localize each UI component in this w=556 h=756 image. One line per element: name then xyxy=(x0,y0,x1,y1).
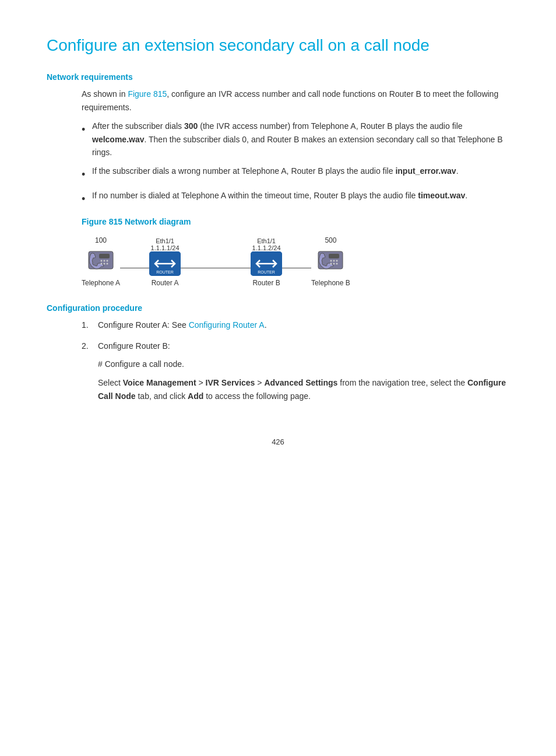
line-router-b-to-phone-b xyxy=(282,268,311,287)
telephone-a-top-label: 100 xyxy=(95,236,107,244)
bullet-dot-3: • xyxy=(82,191,92,208)
step-2: 2. Configure Router B: # Configure a cal… xyxy=(82,340,509,402)
telephone-a-label: Telephone A xyxy=(82,279,120,287)
svg-text:ROUTER: ROUTER xyxy=(156,270,174,274)
svg-point-5 xyxy=(101,262,103,264)
svg-rect-1 xyxy=(99,254,110,258)
telephone-b-node: 500 Telephone B xyxy=(311,233,350,287)
network-requirements-heading: Network requirements xyxy=(47,72,509,82)
svg-point-4 xyxy=(107,260,108,261)
svg-point-19 xyxy=(336,262,338,264)
page-number: 426 xyxy=(47,438,509,446)
telephone-b-top-label: 500 xyxy=(325,236,336,244)
router-b-icon: ROUTER xyxy=(251,251,282,276)
network-requirements-section: Network requirements As shown in Figure … xyxy=(47,72,509,287)
router-a-eth-top: Eth1/1 xyxy=(156,237,174,244)
router-b-eth-bottom: 1.1.1.2/24 xyxy=(252,244,281,251)
telephone-a-node: 100 Telephone A xyxy=(82,233,120,287)
telephone-b-icon xyxy=(316,247,345,276)
bullet-item-2: • If the subscriber dials a wrong number… xyxy=(82,164,509,183)
router-b-node: Eth1/1 1.1.1.2/24 ROUTER Router B xyxy=(251,237,282,287)
configuration-procedure-section: Configuration procedure 1. Configure Rou… xyxy=(47,303,509,402)
router-a-eth-bottom: 1.1.1.1/24 xyxy=(151,244,180,251)
router-b-label: Router B xyxy=(252,279,280,287)
svg-text:ROUTER: ROUTER xyxy=(258,270,275,274)
telephone-b-label: Telephone B xyxy=(311,279,350,287)
figure-link[interactable]: Figure 815 xyxy=(128,89,167,99)
step-1: 1. Configure Router A: See Configuring R… xyxy=(82,318,509,331)
router-b-eth-top: Eth1/1 xyxy=(257,237,276,244)
steps-list: 1. Configure Router A: See Configuring R… xyxy=(82,318,509,402)
svg-point-16 xyxy=(336,260,338,261)
line-router-a-to-router-b xyxy=(181,268,251,287)
step-2-main: Configure Router B: xyxy=(98,340,509,352)
page-title: Configure an extension secondary call on… xyxy=(47,35,509,56)
step-1-content: Configure Router A: See Configuring Rout… xyxy=(98,318,509,331)
router-a-icon: ROUTER xyxy=(149,251,181,276)
line-phone-a-to-router-a xyxy=(120,268,149,287)
configuring-router-a-link[interactable]: Configuring Router A xyxy=(189,320,265,330)
router-a-label: Router A xyxy=(152,279,179,287)
step-2-sub-2: Select Voice Management > IVR Services >… xyxy=(98,376,509,402)
bullet-text-3: If no number is dialed at Telephone A wi… xyxy=(92,189,509,202)
svg-point-17 xyxy=(330,262,332,264)
bullet-dot-2: • xyxy=(82,166,92,183)
router-a-node: Eth1/1 1.1.1.1/24 ROUTER Router A xyxy=(149,237,181,287)
svg-rect-13 xyxy=(329,254,339,258)
figure-caption: Figure 815 Network diagram xyxy=(82,217,509,226)
svg-point-6 xyxy=(104,262,105,264)
network-requirements-intro: As shown in Figure 815, configure an IVR… xyxy=(82,88,509,114)
bullet-item-1: • After the subscriber dials 300 (the IV… xyxy=(82,120,509,159)
bullet-dot-1: • xyxy=(82,121,92,138)
configuration-procedure-heading: Configuration procedure xyxy=(47,303,509,313)
step-2-number: 2. xyxy=(82,340,98,402)
bullet-item-3: • If no number is dialed at Telephone A … xyxy=(82,189,509,208)
svg-point-3 xyxy=(104,260,105,261)
telephone-a-icon xyxy=(86,247,115,276)
network-diagram: 100 Telephone A Eth1/1 xyxy=(82,233,509,287)
svg-point-7 xyxy=(107,262,108,264)
svg-point-15 xyxy=(333,260,335,261)
bullet-text-2: If the subscriber dials a wrong number a… xyxy=(92,164,509,177)
svg-point-14 xyxy=(330,260,332,261)
step-1-number: 1. xyxy=(82,318,98,331)
svg-point-2 xyxy=(101,260,103,261)
step-2-content: Configure Router B: # Configure a call n… xyxy=(98,340,509,402)
svg-point-18 xyxy=(333,262,335,264)
bullet-text-1: After the subscriber dials 300 (the IVR … xyxy=(92,120,509,159)
step-2-sub-1: # Configure a call node. xyxy=(98,358,509,370)
requirements-list: • After the subscriber dials 300 (the IV… xyxy=(82,120,509,208)
